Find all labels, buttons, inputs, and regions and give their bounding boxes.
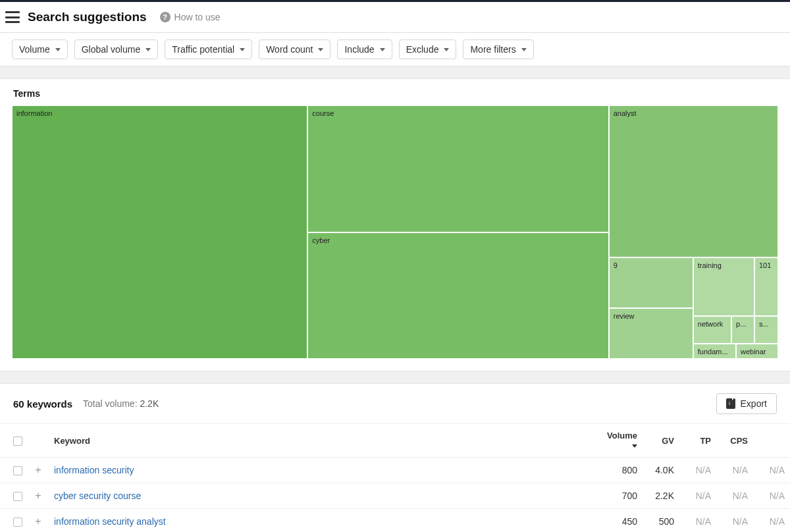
keywords-table: Keyword Volume GV TP CPS +information se…	[0, 423, 790, 532]
cell: N/A	[679, 509, 716, 533]
total-volume-label: Total volume:	[83, 398, 137, 409]
sort-desc-icon	[632, 444, 637, 448]
filter-include[interactable]: Include	[337, 40, 392, 59]
help-icon: ?	[160, 12, 171, 22]
filter-word-count[interactable]: Word count	[259, 40, 330, 59]
treemap-cell[interactable]: 9	[609, 257, 693, 308]
cell: 800	[595, 458, 643, 483]
filter-label: More filters	[470, 44, 515, 55]
cell: 4.0K	[643, 458, 679, 483]
keyword-link[interactable]: information security analyst	[54, 516, 166, 527]
treemap-cell[interactable]: s...	[754, 316, 778, 344]
page-title: Search suggestions	[28, 10, 147, 24]
chevron-down-icon	[380, 48, 385, 51]
cell: N/A	[753, 509, 790, 533]
filter-label: Exclude	[406, 44, 439, 55]
chevron-down-icon	[240, 48, 245, 51]
chevron-down-icon	[55, 48, 61, 51]
cell: N/A	[753, 483, 790, 509]
filter-bar: VolumeGlobal volumeTraffic potentialWord…	[0, 33, 790, 66]
treemap-cell[interactable]: analyst	[609, 105, 778, 257]
cell: 700	[595, 483, 643, 509]
cell: 450	[595, 509, 643, 533]
filter-global-volume[interactable]: Global volume	[74, 40, 159, 59]
expand-icon[interactable]: +	[33, 464, 43, 476]
keyword-link[interactable]: cyber security course	[54, 491, 141, 501]
keywords-count: 60 keywords	[13, 398, 72, 410]
select-all-checkbox[interactable]	[13, 437, 22, 446]
treemap-cell[interactable]: 101	[754, 257, 778, 316]
filter-label: Global volume	[82, 44, 141, 55]
filter-label: Word count	[266, 44, 313, 55]
chevron-down-icon	[318, 48, 323, 51]
filter-label: Volume	[19, 44, 50, 55]
expand-icon[interactable]: +	[33, 490, 43, 502]
filter-label: Traffic potential	[172, 44, 234, 55]
terms-panel-title: Terms	[0, 79, 790, 105]
cell: N/A	[679, 458, 716, 483]
chevron-down-icon	[145, 48, 151, 51]
chevron-down-icon	[521, 48, 527, 51]
cell: N/A	[716, 458, 753, 483]
keywords-panel: 60 keywords Total volume: 2.2K Export Ke…	[0, 383, 790, 532]
terms-panel: Terms informationcoursecyberanalyst9revi…	[0, 78, 790, 371]
col-tp[interactable]: TP	[679, 424, 716, 458]
top-bar: Search suggestions ? How to use	[0, 0, 790, 33]
treemap-cell[interactable]: network	[693, 316, 731, 344]
export-icon	[726, 398, 735, 409]
expand-icon[interactable]: +	[33, 516, 43, 527]
row-checkbox[interactable]	[13, 518, 22, 527]
cell: N/A	[679, 483, 716, 509]
treemap-cell[interactable]: training	[693, 257, 754, 316]
treemap[interactable]: informationcoursecyberanalyst9reviewtrai…	[12, 105, 778, 359]
filter-exclude[interactable]: Exclude	[399, 40, 457, 59]
keyword-link[interactable]: information security	[54, 465, 134, 475]
filter-volume[interactable]: Volume	[12, 40, 68, 59]
col-keyword[interactable]: Keyword	[49, 424, 595, 458]
treemap-cell[interactable]: p...	[731, 316, 754, 344]
chevron-down-icon	[444, 48, 449, 51]
cell: N/A	[753, 458, 790, 483]
col-gv[interactable]: GV	[643, 424, 679, 458]
treemap-cell[interactable]: information	[12, 105, 307, 359]
table-row: +information security8004.0KN/AN/AN/A	[0, 458, 790, 483]
table-row: +information security analyst450500N/AN/…	[0, 509, 790, 533]
total-volume-value: 2.2K	[140, 398, 159, 409]
filter-more-filters[interactable]: More filters	[463, 40, 533, 59]
treemap-cell[interactable]: cyber	[307, 232, 608, 359]
treemap-cell[interactable]: course	[307, 105, 608, 232]
cell: 2.2K	[643, 483, 679, 509]
how-to-use-link[interactable]: ? How to use	[160, 12, 221, 22]
cell: N/A	[716, 483, 753, 509]
export-label: Export	[741, 398, 767, 409]
filter-traffic-potential[interactable]: Traffic potential	[165, 40, 252, 59]
col-volume-label: Volume	[607, 431, 637, 440]
cell: N/A	[716, 509, 753, 533]
col-volume[interactable]: Volume	[595, 424, 643, 458]
filter-label: Include	[344, 44, 374, 55]
row-checkbox[interactable]	[13, 466, 22, 475]
col-cps[interactable]: CPS	[716, 424, 753, 458]
treemap-cell[interactable]: review	[609, 308, 693, 359]
treemap-cell[interactable]: fundam...	[693, 344, 736, 359]
menu-icon[interactable]	[5, 11, 20, 23]
how-to-use-label: How to use	[174, 12, 221, 22]
treemap-cell[interactable]: webinar	[736, 344, 778, 359]
row-checkbox[interactable]	[13, 492, 22, 501]
table-header-row: Keyword Volume GV TP CPS	[0, 424, 790, 458]
cell: 500	[643, 509, 679, 533]
export-button[interactable]: Export	[716, 393, 777, 414]
table-row: +cyber security course7002.2KN/AN/AN/A	[0, 483, 790, 509]
summary-bar: 60 keywords Total volume: 2.2K Export	[0, 384, 790, 423]
